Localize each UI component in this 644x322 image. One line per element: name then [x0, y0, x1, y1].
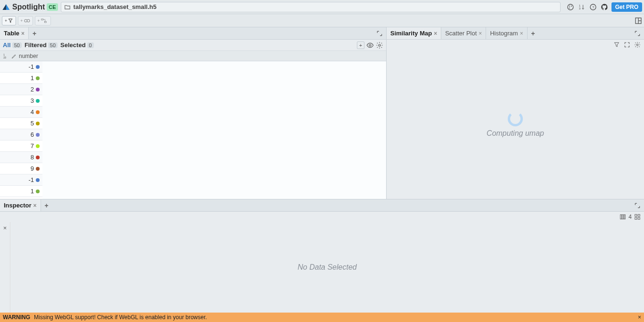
color-dot-icon	[36, 190, 40, 193]
layout-icon[interactable]	[635, 17, 642, 25]
table-row[interactable]: -1	[0, 61, 42, 73]
grid-icon[interactable]	[634, 213, 641, 221]
svg-text:1: 1	[579, 4, 581, 7]
table-row[interactable]: 6	[0, 129, 42, 140]
tab-label: Inspector	[4, 202, 32, 209]
warning-bar: WARNING Missing WebGL support! Check if …	[0, 313, 644, 322]
expand-icon[interactable]	[376, 30, 383, 37]
inspector-tabs: Inspector × +	[0, 199, 644, 212]
svg-text:+: +	[37, 18, 40, 23]
filter-selected-label: Selected	[60, 41, 85, 49]
map-toolbar	[387, 40, 644, 50]
svg-point-2	[571, 6, 572, 7]
svg-text:3: 3	[579, 7, 581, 10]
tab-label: Table	[4, 30, 19, 37]
filter-all[interactable]: All 50	[3, 41, 22, 49]
fullscreen-icon[interactable]	[623, 41, 631, 49]
expand-icon[interactable]	[634, 30, 641, 37]
inspector-count: 4	[628, 214, 632, 220]
left-panel: Table × + All 50 Filtered 50 Selected	[0, 27, 387, 199]
warning-label: WARNING	[3, 314, 30, 321]
color-dot-icon	[36, 88, 40, 91]
cell-value: 7	[31, 142, 34, 149]
cell-value: 6	[31, 131, 34, 138]
filter-all-label: All	[3, 41, 11, 49]
close-icon[interactable]: ×	[479, 30, 482, 37]
add-tab-button[interactable]: +	[41, 199, 52, 211]
color-dot-icon	[36, 65, 40, 69]
add-tab-button[interactable]: +	[528, 27, 539, 39]
cell-value: 9	[31, 165, 34, 172]
svg-rect-23	[620, 215, 622, 219]
svg-point-0	[568, 4, 573, 10]
svg-rect-29	[638, 217, 640, 219]
edit-icon[interactable]	[11, 53, 17, 59]
right-panel: Similarity Map × Scatter Plot × Histogra…	[387, 27, 644, 199]
cell-value: 5	[31, 120, 34, 127]
tab-similarity-map[interactable]: Similarity Map ×	[387, 27, 441, 39]
filter-all-count: 50	[12, 42, 22, 48]
cell-value: 4	[31, 108, 34, 116]
column-name[interactable]: number	[19, 53, 38, 59]
tab-scatter-plot[interactable]: Scatter Plot ×	[441, 27, 486, 39]
right-tabs: Similarity Map × Scatter Plot × Histogra…	[387, 27, 644, 40]
expand-icon[interactable]	[634, 202, 641, 209]
color-dot-icon	[36, 99, 40, 103]
table-row[interactable]: -1	[0, 174, 42, 186]
folder-icon	[64, 4, 71, 10]
table-row[interactable]: 2	[0, 84, 42, 95]
filter-selected[interactable]: Selected 0	[60, 41, 94, 49]
settings-icon[interactable]	[376, 41, 383, 49]
add-column-icon[interactable]: +	[357, 41, 364, 49]
sort-numeric-icon[interactable]: 13	[578, 3, 586, 11]
close-icon[interactable]: ×	[1, 224, 9, 231]
inspector-panel: Inspector × + 4 × No Data Selected	[0, 199, 644, 313]
close-icon[interactable]: ×	[434, 30, 437, 37]
svg-point-11	[27, 19, 30, 22]
color-dot-icon	[36, 144, 40, 148]
close-icon[interactable]: ×	[33, 202, 37, 209]
svg-rect-26	[635, 215, 637, 216]
inspector-empty-text: No Data Selected	[297, 263, 356, 272]
number-column: -1123456789-11	[0, 61, 42, 199]
columns-icon[interactable]	[619, 213, 627, 221]
table-row[interactable]: 1	[0, 186, 42, 197]
palette-icon[interactable]	[566, 3, 575, 11]
svg-rect-25	[624, 215, 625, 219]
filter-selected-count: 0	[87, 42, 94, 48]
tab-inspector[interactable]: Inspector ×	[0, 199, 41, 211]
color-dot-icon	[36, 178, 40, 182]
add-tab-button[interactable]: +	[29, 27, 40, 39]
github-icon[interactable]	[600, 3, 609, 11]
close-icon[interactable]: ×	[21, 30, 25, 37]
visibility-icon[interactable]	[366, 41, 374, 49]
settings-icon[interactable]	[634, 41, 641, 49]
cell-value: 1	[31, 188, 34, 195]
tab-table[interactable]: Table ×	[0, 27, 29, 39]
svg-point-10	[25, 19, 27, 22]
filter-filtered[interactable]: Filtered 50	[25, 41, 58, 49]
close-icon[interactable]: ×	[520, 30, 523, 37]
filter-icon[interactable]	[613, 41, 620, 49]
table-row[interactable]: 8	[0, 152, 42, 163]
table-empty-area	[42, 61, 386, 199]
table-row[interactable]: 7	[0, 140, 42, 152]
file-path-field[interactable]: tallymarks_dataset_small.h5	[61, 2, 561, 12]
close-icon[interactable]: ×	[638, 314, 641, 321]
table-row[interactable]: 4	[0, 107, 42, 118]
logo-icon	[2, 3, 10, 11]
table-row[interactable]: 5	[0, 118, 42, 129]
app-title: Spotlight	[12, 3, 45, 11]
table-row[interactable]: 3	[0, 95, 42, 107]
file-path-text: tallymarks_dataset_small.h5	[74, 3, 157, 10]
table-row[interactable]: 9	[0, 163, 42, 174]
svg-point-1	[569, 6, 570, 7]
help-icon[interactable]: ?	[589, 3, 597, 11]
get-pro-button[interactable]: Get PRO	[611, 2, 642, 12]
numeric-type-icon: 123	[3, 53, 9, 59]
inspector-sidebar: ×	[0, 222, 10, 313]
table-row[interactable]: 1	[0, 73, 42, 84]
tab-histogram[interactable]: Histogram ×	[486, 27, 527, 39]
svg-rect-28	[635, 217, 637, 219]
add-filter-button[interactable]: +	[2, 16, 16, 25]
